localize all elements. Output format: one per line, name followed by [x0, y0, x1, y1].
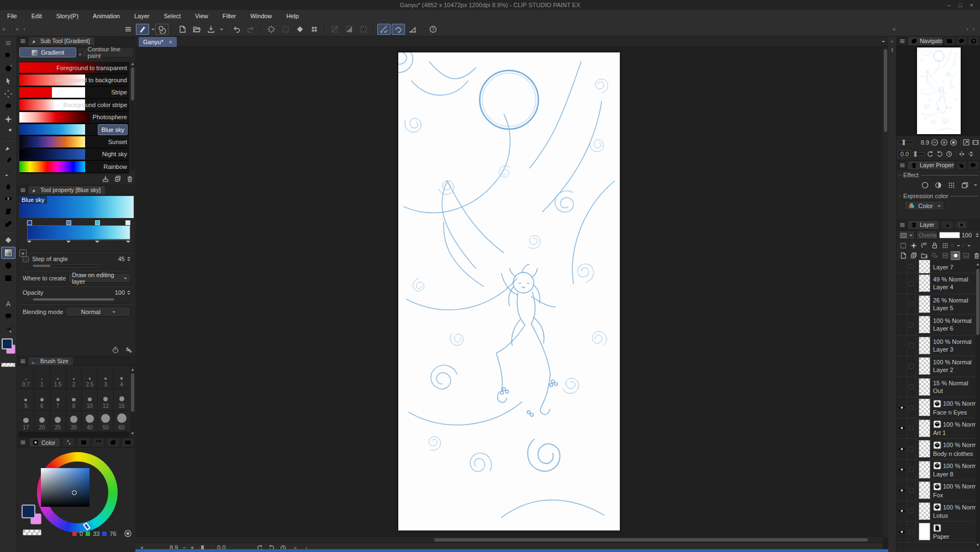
color-history-tab[interactable]: [122, 438, 134, 447]
document-tab[interactable]: Ganyu* ×: [139, 37, 177, 47]
subtool-scrollbar[interactable]: ▲: [130, 62, 135, 170]
merge-with-lower-button[interactable]: [940, 251, 950, 260]
layer-thumbnail[interactable]: [919, 316, 930, 333]
layer-thumbnail[interactable]: [919, 357, 930, 375]
layer-visibility-toggle[interactable]: [897, 445, 907, 453]
navigator-rotation-value[interactable]: 0.0: [898, 150, 911, 158]
layer-checkbox-column[interactable]: [907, 377, 916, 397]
brush-size-option[interactable]: 20: [34, 411, 50, 432]
step-of-angle-checkbox[interactable]: [23, 256, 29, 262]
layer-row[interactable]: 49 % Normal Layer 4: [897, 273, 980, 294]
minimize-button[interactable]: –: [947, 2, 951, 8]
tool-airbrush[interactable]: [1, 180, 15, 192]
brush-size-option[interactable]: 17: [18, 411, 34, 432]
layer-thumbnail[interactable]: [919, 461, 930, 479]
layer-checkbox-column[interactable]: [907, 273, 916, 294]
gradient-preset-row[interactable]: Sunset: [19, 136, 129, 148]
menu-view[interactable]: View: [188, 10, 215, 22]
effect-chevron-icon[interactable]: [974, 184, 977, 188]
layer-visibility-toggle[interactable]: [897, 404, 907, 412]
csp-pen-mode-button[interactable]: [136, 24, 149, 35]
layer-name[interactable]: Layer 4: [933, 284, 980, 290]
layer-name[interactable]: Face n Eyes: [933, 409, 980, 416]
menu-window[interactable]: Window: [243, 10, 279, 22]
save-button[interactable]: [204, 24, 218, 35]
layer-checkbox-column[interactable]: [907, 336, 916, 356]
deselect-button[interactable]: [265, 24, 278, 35]
layer-thumbnail[interactable]: [919, 399, 930, 416]
layer-name[interactable]: Paper: [933, 533, 980, 540]
step-of-angle-stepper[interactable]: [127, 255, 130, 263]
close-button[interactable]: ×: [970, 2, 973, 8]
foreground-color-swatch[interactable]: [2, 338, 13, 349]
brush-size-option[interactable]: 6: [34, 389, 50, 410]
layer-row[interactable]: 100 % Normal Layer 3: [897, 336, 980, 357]
layer-checkbox-column[interactable]: [907, 480, 916, 501]
transparent-color-swatch[interactable]: [1, 363, 15, 367]
title-bar[interactable]: Ganyu* (4852 x 10472px 1200dpi 8.9%) - C…: [0, 0, 980, 10]
help-button[interactable]: [426, 24, 440, 35]
tool-frame-border[interactable]: [1, 272, 15, 284]
tool-rotate-canvas[interactable]: [1, 62, 15, 75]
delete-subtool-button[interactable]: [126, 175, 134, 183]
tool-ruler[interactable]: [1, 285, 15, 297]
information-tab[interactable]: [968, 37, 978, 45]
layer-row[interactable]: 100 % Normal Body n clothes: [897, 439, 980, 460]
collapse-panels-icon[interactable]: «: [891, 39, 893, 44]
halftone-effect-button[interactable]: [946, 180, 957, 190]
layer-row[interactable]: 15 % Normal Out: [897, 377, 980, 398]
layer-checkbox-column[interactable]: [907, 501, 916, 522]
zoom-slider[interactable]: [198, 546, 213, 549]
approximate-color-tab[interactable]: [107, 438, 119, 447]
canvas[interactable]: [398, 52, 620, 530]
subtool-panel-menu[interactable]: [19, 38, 27, 45]
menu-filter[interactable]: Filter: [215, 10, 243, 22]
delete-layer-button[interactable]: [972, 251, 980, 260]
brush-size-option[interactable]: 8: [66, 389, 82, 410]
color-slider-tab[interactable]: [63, 438, 75, 447]
layer-thumbnail[interactable]: [919, 295, 930, 313]
splitter-handle[interactable]: ‖: [891, 47, 893, 53]
layer-row[interactable]: 100 % Normal Lotus: [897, 501, 980, 522]
tool-property-panel-menu[interactable]: [19, 187, 27, 194]
main-menu-button[interactable]: [122, 24, 135, 35]
pen-mode-chevron-icon[interactable]: [151, 29, 155, 32]
menu-layer[interactable]: Layer: [127, 10, 157, 22]
layer-opacity-value[interactable]: 100: [962, 232, 972, 238]
color-panel-menu[interactable]: [19, 439, 27, 446]
layer-property-panel-menu[interactable]: [899, 162, 906, 169]
menu-file[interactable]: File: [0, 10, 24, 22]
fit-to-window-button[interactable]: [972, 139, 979, 146]
snap-to-ruler-button[interactable]: [377, 24, 391, 35]
tool-eraser[interactable]: [1, 205, 15, 217]
menu-edit[interactable]: Edit: [24, 10, 49, 22]
blend-mode-dropdown[interactable]: Overlay: [916, 231, 937, 240]
new-folder-button[interactable]: [919, 251, 929, 260]
select-source-button[interactable]: [898, 241, 908, 250]
brush-size-option[interactable]: 30: [66, 411, 82, 432]
layer-search-tab[interactable]: [941, 221, 953, 229]
layer-name[interactable]: Art 1: [933, 429, 980, 436]
subview-tab[interactable]: [945, 37, 955, 45]
collapse-left-icon[interactable]: «: [0, 26, 8, 32]
restore-initial-settings-button[interactable]: [112, 346, 119, 354]
register-subtool-button[interactable]: [102, 175, 109, 183]
tool-operate[interactable]: [1, 75, 15, 87]
gradient-preset-row[interactable]: Night sky: [19, 148, 129, 161]
layer-color-effect-button[interactable]: [959, 180, 970, 190]
reselect-button[interactable]: [279, 24, 292, 35]
tool-selection[interactable]: [1, 100, 15, 113]
layer-thumbnail[interactable]: [919, 440, 930, 458]
duplicate-subtool-button[interactable]: [114, 175, 122, 183]
layer-checkbox-column[interactable]: [907, 260, 916, 273]
brush-size-option[interactable]: 40: [82, 411, 97, 432]
tool-palette-menu[interactable]: [1, 37, 15, 49]
tab-list-chevron-icon[interactable]: [882, 41, 885, 44]
tool-text[interactable]: [1, 298, 15, 310]
canvas-viewport[interactable]: [135, 47, 883, 537]
layer-name[interactable]: Fox: [933, 492, 980, 498]
subtool-group-contour[interactable]: Contour line paint: [77, 47, 134, 57]
layer-row[interactable]: 100 % Normal Layer 8: [897, 460, 980, 481]
undo-button[interactable]: [230, 24, 243, 35]
layer-name[interactable]: Out: [933, 388, 980, 394]
